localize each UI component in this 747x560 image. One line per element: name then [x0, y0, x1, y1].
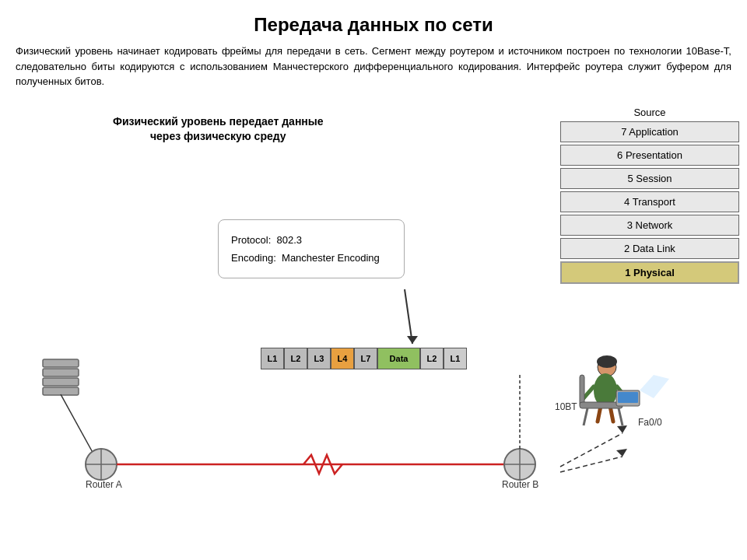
- encoding-label: Encoding:: [231, 252, 276, 264]
- svg-marker-22: [617, 425, 627, 433]
- callout-to-frame-arrow: [405, 289, 412, 344]
- svg-line-13: [598, 406, 601, 422]
- protocol-label: Protocol:: [231, 234, 271, 246]
- svg-rect-3: [43, 387, 79, 395]
- dashed-arrow-2: [560, 457, 622, 472]
- tenbt-label: 10BT: [555, 401, 577, 412]
- osi-layer-phys: 1 Physical: [560, 261, 739, 284]
- osi-layers: 7 Application6 Presentation5 Session4 Tr…: [560, 121, 739, 284]
- osi-stack: Source 7 Application6 Presentation5 Sess…: [560, 107, 739, 286]
- dashed-arrow-1: [560, 433, 622, 467]
- server-icon: [43, 359, 79, 395]
- svg-line-14: [610, 406, 613, 422]
- router-a-label: Router A: [86, 479, 122, 490]
- frame-cell-l4: L4: [331, 348, 354, 369]
- osi-layer-pres: 6 Presentation: [560, 145, 739, 166]
- page-title: Передача данных по сети: [0, 0, 747, 44]
- svg-marker-23: [616, 449, 627, 457]
- server-to-routera-line: [61, 394, 95, 457]
- callout-box: Protocol: 802.3 Encoding: Manchester Enc…: [218, 219, 405, 279]
- router-b-label: Router B: [502, 479, 538, 490]
- frame-cell-l2: L2: [420, 348, 444, 369]
- osi-layer-trans: 4 Transport: [560, 191, 739, 212]
- svg-line-17: [584, 408, 587, 425]
- phys-desc-line1: Физический уровень передает данные: [113, 115, 324, 128]
- fa00-label: Fa0/0: [638, 417, 662, 428]
- svg-rect-1: [43, 369, 79, 376]
- svg-point-8: [598, 358, 616, 376]
- zigzag-symbol: [303, 455, 342, 474]
- osi-layer-sess: 5 Session: [560, 168, 739, 189]
- description-text: Физический уровень начинает кодировать ф…: [0, 44, 747, 99]
- svg-line-11: [584, 387, 594, 398]
- frame-cell-data: Data: [377, 348, 420, 369]
- encoding-value: Manchester Encoding: [282, 252, 380, 264]
- osi-source-label: Source: [560, 107, 739, 118]
- frame-cell-l7: L7: [354, 348, 377, 369]
- main-diagram-area: Source 7 Application6 Presentation5 Sess…: [0, 99, 747, 534]
- svg-rect-2: [43, 378, 79, 386]
- person-workstation: [580, 355, 669, 425]
- frame-cell-l2: L2: [284, 348, 307, 369]
- svg-rect-15: [580, 375, 584, 406]
- svg-line-18: [619, 408, 622, 425]
- router-b-icon: [504, 449, 535, 480]
- svg-rect-20: [618, 392, 638, 403]
- osi-layer-data: 2 Data Link: [560, 238, 739, 259]
- frame-cell-l1: L1: [444, 348, 467, 369]
- protocol-value: 802.3: [277, 234, 303, 246]
- osi-layer-net: 3 Network: [560, 215, 739, 236]
- svg-rect-16: [580, 402, 622, 408]
- svg-marker-24: [407, 336, 418, 344]
- svg-point-10: [594, 373, 617, 408]
- frame-bar: L1L2L3L4L7DataL2L1: [261, 348, 467, 369]
- phys-desc-line2: через физическую среду: [150, 130, 286, 142]
- svg-marker-21: [640, 375, 669, 398]
- frame-cell-l3: L3: [307, 348, 331, 369]
- router-a-icon: [86, 449, 117, 480]
- osi-layer-app: 7 Application: [560, 121, 739, 142]
- svg-point-9: [597, 355, 617, 368]
- frame-cell-l1: L1: [261, 348, 284, 369]
- svg-line-12: [617, 387, 626, 398]
- svg-rect-0: [43, 359, 79, 367]
- svg-rect-19: [616, 390, 640, 406]
- physical-description: Физический уровень передает данные через…: [113, 114, 324, 145]
